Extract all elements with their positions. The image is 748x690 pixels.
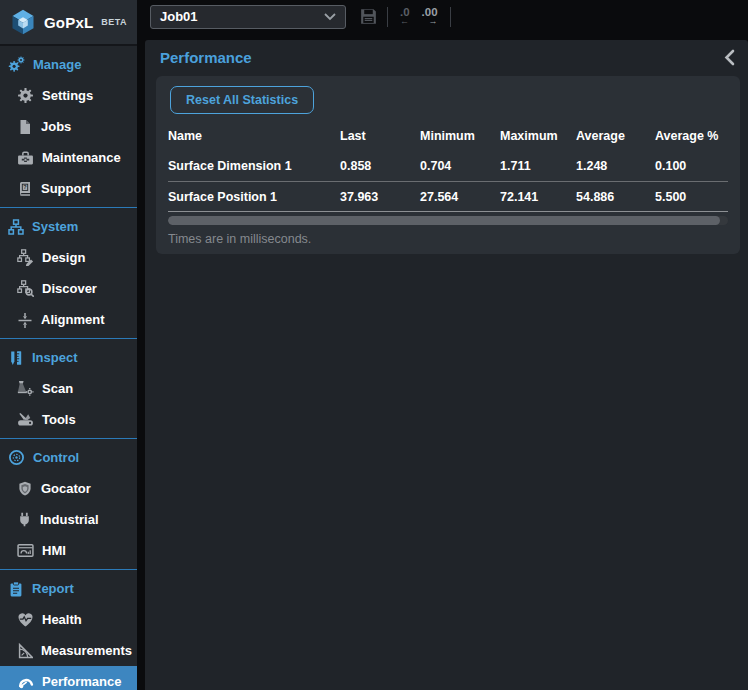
item-label: Measurements <box>41 643 132 658</box>
section-manage: Manage Settings Jobs Maintenance Support <box>0 46 137 208</box>
sidebar-item-tools[interactable]: Tools <box>0 404 137 435</box>
section-label: Manage <box>33 57 81 72</box>
column-header-minimum: Minimum <box>420 129 500 143</box>
sidebar-item-health[interactable]: Health <box>0 604 137 635</box>
measurement-name: Surface Position 1 <box>168 190 340 204</box>
sidebar-header-inspect[interactable]: Inspect <box>0 342 137 373</box>
collapse-panel-button[interactable] <box>724 49 735 66</box>
column-header-last: Last <box>340 129 420 143</box>
sidebar-item-settings[interactable]: Settings <box>0 80 137 111</box>
item-label: Alignment <box>41 312 105 327</box>
sidebar-header-system[interactable]: System <box>0 211 137 242</box>
pocket-knife-icon <box>17 411 34 428</box>
increase-decimals-button[interactable]: .00 → <box>419 7 441 26</box>
hierarchy-pencil-icon <box>17 249 34 266</box>
item-label: Performance <box>42 674 121 689</box>
units-note: Times are in milliseconds. <box>168 232 728 246</box>
item-label: Tools <box>42 412 76 427</box>
app-title: GoPxL <box>44 14 93 31</box>
table-row: Surface Dimension 1 0.858 0.704 1.711 1.… <box>168 150 728 181</box>
item-label: HMI <box>42 543 66 558</box>
section-label: Inspect <box>32 350 78 365</box>
plug-icon <box>17 512 32 527</box>
measurement-name: Surface Dimension 1 <box>168 159 340 173</box>
sidebar: GoPxL BETA Manage Settings Jobs Maintena… <box>0 0 137 690</box>
beta-badge: BETA <box>101 17 126 27</box>
item-label: Health <box>42 612 82 627</box>
value-last: 0.858 <box>340 159 420 173</box>
topbar-divider <box>450 7 451 27</box>
value-average-pct: 0.100 <box>655 159 728 173</box>
table-header-row: Name Last Minimum Maximum Average Averag… <box>168 122 728 150</box>
value-maximum: 1.711 <box>500 159 576 173</box>
chevron-down-icon <box>324 13 336 21</box>
manual-book-icon <box>17 181 33 197</box>
hierarchy-icon <box>8 219 24 235</box>
hierarchy-magnifier-icon <box>17 280 34 297</box>
reset-all-statistics-button[interactable]: Reset All Statistics <box>170 86 314 114</box>
item-label: Discover <box>42 281 97 296</box>
app-window: GoPxL BETA Manage Settings Jobs Maintena… <box>0 0 748 690</box>
item-label: Jobs <box>41 119 71 134</box>
section-label: System <box>32 219 78 234</box>
value-minimum: 27.564 <box>420 190 500 204</box>
section-inspect: Inspect Scan Tools <box>0 339 137 439</box>
item-label: Settings <box>42 88 93 103</box>
monitor-dashboard-icon <box>17 542 34 559</box>
cube-logo-icon <box>9 8 37 36</box>
panel-header: Performance <box>145 40 748 75</box>
sidebar-item-scan[interactable]: Scan <box>0 373 137 404</box>
gauge-icon <box>17 673 34 690</box>
heart-pulse-icon <box>17 611 34 628</box>
sidebar-item-industrial[interactable]: Industrial <box>0 504 137 535</box>
value-average: 1.248 <box>576 159 655 173</box>
protractor-icon <box>17 643 33 659</box>
clipboard-icon <box>8 581 24 597</box>
sidebar-header-manage[interactable]: Manage <box>0 49 137 80</box>
scanner-icon <box>17 380 34 397</box>
job-select[interactable]: Job01 <box>150 5 346 29</box>
sidebar-item-discover[interactable]: Discover <box>0 273 137 304</box>
horizontal-scrollbar[interactable] <box>168 216 728 225</box>
pencil-ruler-icon <box>8 350 24 366</box>
column-header-maximum: Maximum <box>500 129 576 143</box>
sidebar-item-performance[interactable]: Performance <box>0 666 137 690</box>
section-system: System Design Discover Alignment <box>0 208 137 339</box>
item-label: Support <box>41 181 91 196</box>
sidebar-header-report[interactable]: Report <box>0 573 137 604</box>
item-label: Maintenance <box>42 150 121 165</box>
sidebar-item-gocator[interactable]: Gocator <box>0 473 137 504</box>
item-label: Industrial <box>40 512 99 527</box>
sidebar-item-jobs[interactable]: Jobs <box>0 111 137 142</box>
sidebar-item-support[interactable]: Support <box>0 173 137 204</box>
dial-icon <box>8 449 25 466</box>
topbar-divider <box>387 7 388 27</box>
sidebar-item-measurements[interactable]: Measurements <box>0 635 137 666</box>
statistics-table: Name Last Minimum Maximum Average Averag… <box>168 122 728 212</box>
item-label: Design <box>42 250 85 265</box>
chevron-left-icon <box>724 49 735 66</box>
document-icon <box>17 119 33 135</box>
gear-icon <box>17 87 34 104</box>
gears-icon <box>8 56 25 73</box>
arrow-left-icon: ← <box>400 16 409 26</box>
sidebar-item-design[interactable]: Design <box>0 242 137 273</box>
save-icon[interactable] <box>359 7 378 26</box>
scrollbar-thumb[interactable] <box>168 216 720 225</box>
section-control: Control Gocator Industrial HMI <box>0 439 137 570</box>
sidebar-header-control[interactable]: Control <box>0 442 137 473</box>
column-header-average-pct: Average % <box>655 129 728 143</box>
column-header-name: Name <box>168 129 340 143</box>
sidebar-item-alignment[interactable]: Alignment <box>0 304 137 335</box>
performance-panel: Performance Reset All Statistics Name La… <box>145 40 748 690</box>
item-label: Scan <box>42 381 73 396</box>
sidebar-item-hmi[interactable]: HMI <box>0 535 137 566</box>
value-minimum: 0.704 <box>420 159 500 173</box>
decrease-decimals-button[interactable]: .0 ← <box>397 7 413 26</box>
item-label: Gocator <box>41 481 91 496</box>
sidebar-item-maintenance[interactable]: Maintenance <box>0 142 137 173</box>
topbar: Job01 .0 ← .00 → <box>145 0 748 33</box>
toolbox-icon <box>17 149 34 166</box>
value-average-pct: 5.500 <box>655 190 728 204</box>
statistics-card: Reset All Statistics Name Last Minimum M… <box>156 76 740 254</box>
